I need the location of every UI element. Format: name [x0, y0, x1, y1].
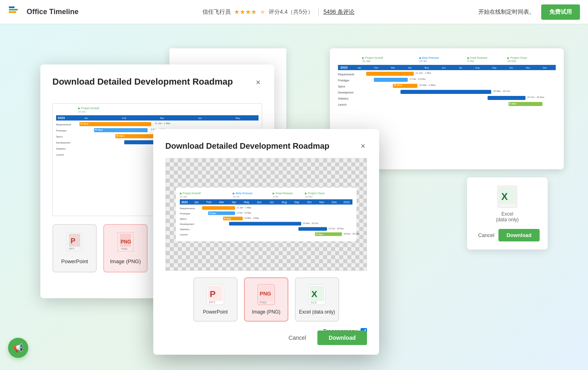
- logo-area: Office Timeline: [8, 5, 79, 19]
- svg-text:P: P: [71, 237, 75, 245]
- png-label: Image (PNG): [252, 309, 281, 315]
- dialog-back-title: Download Detailed Development Roadmap: [52, 77, 233, 87]
- svg-rect-0: [9, 6, 15, 8]
- star-half: ★: [260, 8, 265, 16]
- feedback-button[interactable]: 📢: [8, 338, 28, 358]
- svg-text:PNG: PNG: [260, 301, 267, 304]
- free-trial-button[interactable]: 免费试用: [541, 4, 580, 20]
- png-format-icon: PNG PNG: [257, 284, 275, 307]
- svg-text:PNG: PNG: [260, 291, 271, 297]
- svg-text:PNG: PNG: [121, 239, 131, 245]
- svg-text:XLS: XLS: [311, 301, 317, 304]
- front-format-excel[interactable]: X XLS Excel (data only): [295, 277, 339, 322]
- back-title-part2: Roadmap: [192, 77, 233, 87]
- divider: [318, 8, 319, 16]
- feedback-icon: 📢: [13, 343, 23, 353]
- reviews-link[interactable]: 5496 条评论: [323, 8, 354, 16]
- rating-text: 评分4.4（共5分）: [269, 8, 313, 16]
- right-panel: X Excel(data only) Cancel Download: [467, 177, 548, 249]
- cancel-button[interactable]: Cancel: [282, 331, 313, 345]
- front-title-part1: Download Detailed Development: [165, 141, 290, 150]
- excel-label: Excel (data only): [299, 309, 335, 315]
- right-download-button[interactable]: Download: [498, 229, 540, 241]
- download-button[interactable]: Download: [317, 331, 367, 345]
- app-header: Office Timeline 信任飞行员 ★★★★ ★ 评分4.4（共5分） …: [0, 0, 588, 24]
- logo-icon: [8, 5, 23, 19]
- front-format-options: P PPT PowerPoint PNG PNG Image (PNG): [165, 277, 367, 322]
- excel-icon-right: X: [497, 185, 517, 208]
- svg-rect-1: [9, 9, 18, 10]
- excel-format-icon: X XLS: [308, 284, 326, 307]
- dialog-front-header: Download Detailed Development Roadmap ×: [165, 140, 367, 152]
- svg-text:X: X: [311, 289, 317, 299]
- back-powerpoint-label: PowerPoint: [61, 258, 88, 264]
- header-center: 信任飞行员 ★★★★ ★ 评分4.4（共5分） 5496 条评论: [202, 8, 354, 16]
- svg-text:X: X: [501, 191, 508, 202]
- stars-full: ★★★★: [234, 8, 256, 16]
- reviews-label: 条评论: [338, 8, 354, 15]
- action-buttons: Cancel Download: [282, 331, 367, 345]
- png-icon-back: PNG PNG: [117, 232, 133, 255]
- powerpoint-label: PowerPoint: [203, 309, 227, 315]
- front-format-png[interactable]: PNG PNG Image (PNG): [244, 277, 288, 322]
- start-link[interactable]: 开始在线制定时间表。: [478, 8, 535, 16]
- svg-text:PNG: PNG: [121, 247, 127, 250]
- svg-text:P: P: [210, 289, 216, 299]
- trust-label: 信任飞行员: [202, 8, 231, 16]
- main-content: ▶ Project Kickoff15 Jan ▶ Beta Release15…: [0, 24, 588, 370]
- back-title-part1: Download Detailed Development: [52, 77, 190, 87]
- logo-text: Office Timeline: [27, 8, 79, 16]
- back-format-png[interactable]: PNG PNG Image (PNG): [103, 224, 148, 272]
- preview-area: ▶ Project Kickoff15 Jan ▶ Beta Release15…: [165, 158, 367, 271]
- dialog-front: Download Detailed Development Roadmap × …: [153, 129, 379, 355]
- back-format-powerpoint[interactable]: P PPT PowerPoint: [52, 224, 97, 272]
- header-right: 开始在线制定时间表。 免费试用: [478, 4, 580, 20]
- gantt-in-preview: ▶ Project Kickoff15 Jan ▶ Beta Release15…: [176, 188, 357, 241]
- dialog-front-title: Download Detailed Development Roadmap: [165, 141, 329, 151]
- back-png-label: Image (PNG): [110, 258, 141, 264]
- excel-label-right: Excel(data only): [496, 211, 519, 222]
- svg-rect-2: [9, 11, 16, 13]
- svg-text:PPT: PPT: [69, 247, 75, 250]
- svg-text:PPT: PPT: [209, 301, 215, 304]
- powerpoint-icon: P PPT: [67, 232, 83, 255]
- reviews-count: 5496: [323, 8, 336, 15]
- front-dialog-close-button[interactable]: ×: [359, 140, 367, 152]
- front-format-powerpoint[interactable]: P PPT PowerPoint: [193, 277, 238, 322]
- right-cancel-label: Cancel: [478, 232, 494, 238]
- powerpoint-format-icon: P PPT: [206, 284, 224, 307]
- back-dialog-close-button[interactable]: ×: [254, 77, 262, 88]
- front-title-part2: Roadmap: [293, 141, 329, 150]
